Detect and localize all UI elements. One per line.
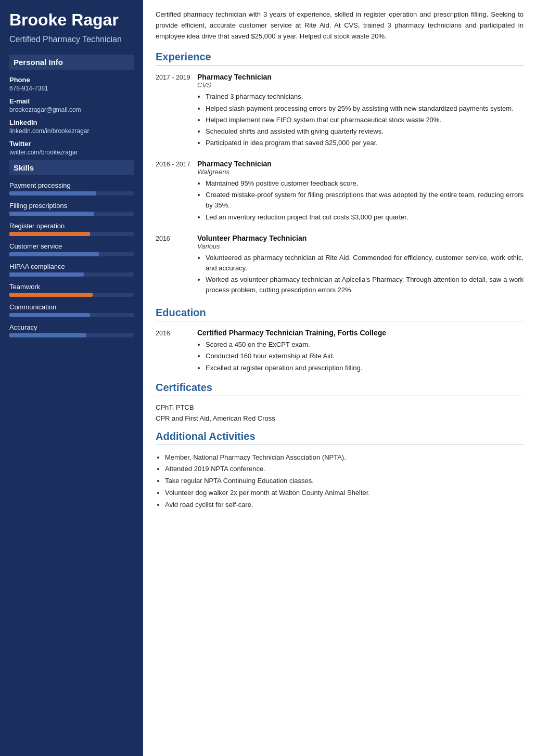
skill-item: Register operation bbox=[9, 222, 134, 236]
exp-bullet: Scheduled shifts and assisted with givin… bbox=[206, 126, 524, 137]
activity-item: Avid road cyclist for self-care. bbox=[165, 500, 524, 511]
skill-bar-bg bbox=[9, 191, 134, 195]
skill-item: Customer service bbox=[9, 242, 134, 256]
activity-item: Take regular NPTA Continuing Education c… bbox=[165, 476, 524, 487]
skill-item: Accuracy bbox=[9, 323, 134, 337]
experience-row: 2016Volunteer Pharmacy TechnicianVarious… bbox=[156, 234, 524, 297]
exp-bullets: Volunteered as pharmacy technician at Ri… bbox=[197, 253, 524, 296]
exp-bullet: Worked as volunteer pharmacy technician … bbox=[206, 275, 524, 295]
exp-content: Pharmacy TechnicianCVSTrained 3 pharmacy… bbox=[197, 73, 524, 149]
linkedin-label: LinkedIn bbox=[9, 119, 134, 126]
summary-text: Certified pharmacy technician with 3 yea… bbox=[156, 9, 524, 42]
twitter-label: Twitter bbox=[9, 140, 134, 148]
skill-name: Customer service bbox=[9, 242, 134, 250]
skill-bar-fill bbox=[9, 313, 90, 317]
skill-bar-fill bbox=[9, 252, 99, 256]
exp-bullet: Maintained 95% positive customer feedbac… bbox=[206, 178, 524, 189]
education-row: 2016Certified Pharmacy Technician Traini… bbox=[156, 329, 524, 374]
experience-row: 2017 - 2019Pharmacy TechnicianCVSTrained… bbox=[156, 73, 524, 149]
phone-value: 678-914-7381 bbox=[9, 85, 134, 92]
skill-item: Filling prescriptions bbox=[9, 202, 134, 216]
main-content: Certified pharmacy technician with 3 yea… bbox=[143, 0, 536, 756]
phone-label: Phone bbox=[9, 76, 134, 84]
skill-bar-bg bbox=[9, 212, 134, 216]
skills-header: Skills bbox=[9, 160, 134, 175]
skill-bar-fill bbox=[9, 232, 90, 236]
exp-company: Various bbox=[197, 242, 524, 250]
experience-header: Experience bbox=[156, 51, 524, 66]
skill-item: Communication bbox=[9, 303, 134, 317]
skill-name: Accuracy bbox=[9, 323, 134, 331]
activity-item: Attended 2019 NPTA conference. bbox=[165, 464, 524, 475]
linkedin-value: linkedin.com/in/brookezragar bbox=[9, 127, 134, 135]
activity-item: Volunteer dog walker 2x per month at Wal… bbox=[165, 488, 524, 499]
exp-bullet: Participated in idea program that saved … bbox=[206, 138, 524, 148]
certificate-item: CPR and First Aid, American Red Cross bbox=[156, 414, 524, 422]
candidate-title: Certified Pharmacy Technician bbox=[9, 35, 134, 44]
candidate-name: Brooke Ragar bbox=[9, 10, 134, 30]
exp-date: 2016 - 2017 bbox=[156, 160, 191, 224]
sidebar: Brooke Ragar Certified Pharmacy Technici… bbox=[0, 0, 143, 756]
activities-list: Member, National Pharmacy Technician Ass… bbox=[156, 452, 524, 511]
skill-bar-bg bbox=[9, 293, 134, 297]
email-label: E-mail bbox=[9, 97, 134, 105]
skill-name: Teamwork bbox=[9, 283, 134, 291]
skill-item: HIPAA compliance bbox=[9, 263, 134, 277]
exp-bullet: Trained 3 pharmacy technicians. bbox=[206, 92, 524, 102]
skill-name: Register operation bbox=[9, 222, 134, 230]
exp-content: Volunteer Pharmacy TechnicianVariousVolu… bbox=[197, 234, 524, 297]
exp-job-title: Pharmacy Technician bbox=[197, 73, 524, 81]
exp-date: 2016 bbox=[156, 234, 191, 297]
twitter-value: twitter.com/brookezragar bbox=[9, 149, 134, 156]
skill-bar-bg bbox=[9, 232, 134, 236]
edu-bullet: Scored a 450 on the ExCPT exam. bbox=[206, 340, 524, 350]
personal-info-header: Personal Info bbox=[9, 55, 134, 70]
experience-list: 2017 - 2019Pharmacy TechnicianCVSTrained… bbox=[156, 73, 524, 296]
skill-bar-fill bbox=[9, 293, 93, 297]
education-header: Education bbox=[156, 307, 524, 321]
skill-bar-fill bbox=[9, 272, 84, 277]
exp-job-title: Pharmacy Technician bbox=[197, 160, 524, 168]
exp-bullet: Led an inventory reduction project that … bbox=[206, 212, 524, 223]
experience-row: 2016 - 2017Pharmacy TechnicianWalgreensM… bbox=[156, 160, 524, 224]
exp-bullet: Helped implement new FIFO system that cu… bbox=[206, 115, 524, 125]
exp-bullet: Created mistake-proof system for filling… bbox=[206, 190, 524, 211]
certificate-item: CPhT, PTCB bbox=[156, 403, 524, 411]
skill-name: Payment processing bbox=[9, 181, 134, 189]
edu-degree: Certified Pharmacy Technician Training, … bbox=[197, 329, 524, 337]
edu-bullets: Scored a 450 on the ExCPT exam.Conducted… bbox=[197, 340, 524, 373]
exp-bullet: Volunteered as pharmacy technician at Ri… bbox=[206, 253, 524, 273]
skills-list: Payment processingFilling prescriptionsR… bbox=[9, 181, 134, 337]
skill-item: Teamwork bbox=[9, 283, 134, 297]
skill-name: Communication bbox=[9, 303, 134, 311]
skill-bar-bg bbox=[9, 252, 134, 256]
edu-bullet: Conducted 160 hour externship at Rite Ai… bbox=[206, 351, 524, 361]
edu-content: Certified Pharmacy Technician Training, … bbox=[197, 329, 524, 374]
skill-bar-bg bbox=[9, 272, 134, 277]
email-value: brookezragar@gmail.com bbox=[9, 106, 134, 113]
skill-bar-fill bbox=[9, 333, 86, 337]
exp-date: 2017 - 2019 bbox=[156, 73, 191, 149]
certificates-list: CPhT, PTCBCPR and First Aid, American Re… bbox=[156, 403, 524, 422]
skill-name: HIPAA compliance bbox=[9, 263, 134, 270]
skill-bar-fill bbox=[9, 191, 96, 195]
skill-item: Payment processing bbox=[9, 181, 134, 195]
edu-date: 2016 bbox=[156, 329, 191, 374]
certificates-header: Certificates bbox=[156, 382, 524, 396]
skill-bar-bg bbox=[9, 333, 134, 337]
exp-bullet: Helped slash payment processing errors b… bbox=[206, 103, 524, 114]
skill-bar-fill bbox=[9, 212, 94, 216]
exp-company: CVS bbox=[197, 81, 524, 89]
activities-header: Additional Activities bbox=[156, 431, 524, 445]
exp-company: Walgreens bbox=[197, 168, 524, 176]
exp-content: Pharmacy TechnicianWalgreensMaintained 9… bbox=[197, 160, 524, 224]
skill-bar-bg bbox=[9, 313, 134, 317]
edu-bullet: Excelled at register operation and presc… bbox=[206, 363, 524, 373]
exp-job-title: Volunteer Pharmacy Technician bbox=[197, 234, 524, 242]
skill-name: Filling prescriptions bbox=[9, 202, 134, 210]
exp-bullets: Trained 3 pharmacy technicians.Helped sl… bbox=[197, 92, 524, 148]
exp-bullets: Maintained 95% positive customer feedbac… bbox=[197, 178, 524, 223]
education-list: 2016Certified Pharmacy Technician Traini… bbox=[156, 329, 524, 374]
activity-item: Member, National Pharmacy Technician Ass… bbox=[165, 452, 524, 463]
